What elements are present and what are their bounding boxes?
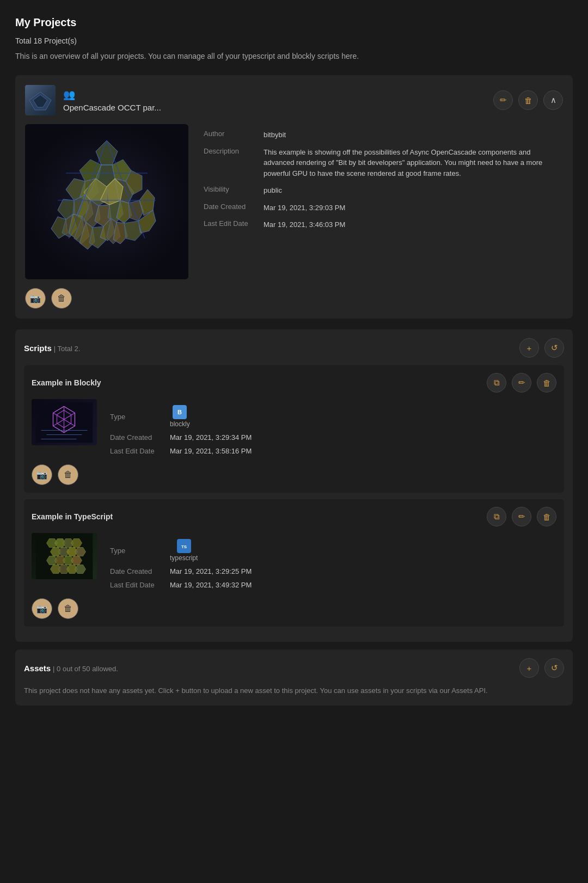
ts-date-label: Date Created [108, 565, 168, 578]
blockly-type-label: Type [108, 402, 168, 431]
meta-last-edit-value: Mar 19, 2021, 3:46:03 PM [261, 216, 563, 234]
script-ts-header: Example in TypeScript ⧉ ✏ 🗑 [32, 507, 556, 526]
scripts-section-title-area: Scripts | Total 2. [24, 344, 80, 353]
delete-script-ts-button[interactable]: 🗑 [537, 507, 556, 526]
blockly-type-value: B blockly [168, 402, 556, 431]
assets-actions: + ↺ [519, 658, 564, 678]
ts-type-icon: TS [177, 539, 191, 553]
scripts-title: Scripts [24, 344, 52, 353]
delete-script-blockly-button[interactable]: 🗑 [537, 373, 556, 393]
blockly-edit-row: Last Edit Date Mar 19, 2021, 3:58:16 PM [108, 444, 556, 458]
project-meta: Author bitbybit Description This example… [201, 124, 563, 279]
meta-visibility-label: Visibility [201, 182, 261, 199]
blockly-date-row: Date Created Mar 19, 2021, 3:29:34 PM [108, 431, 556, 444]
script-blockly-image-actions: 📷 🗑 [32, 464, 556, 485]
blockly-type-row: Type B blockly [108, 402, 556, 431]
upload-project-image-button[interactable]: 📷 [25, 288, 46, 309]
assets-quota-value: 0 out of 50 allowed. [57, 665, 118, 673]
project-actions: ✏ 🗑 ∧ [493, 90, 563, 110]
assets-section-header: Assets | 0 out of 50 allowed. + ↺ [24, 658, 564, 678]
scripts-section-header: Scripts | Total 2. + ↺ [24, 338, 564, 358]
ts-type-badge: TS typescript [170, 539, 198, 562]
assets-section: Assets | 0 out of 50 allowed. + ↺ This p… [15, 649, 573, 706]
script-ts-preview [32, 533, 97, 579]
ts-type-text: typescript [170, 554, 198, 562]
delete-project-button[interactable]: 🗑 [518, 90, 538, 110]
script-ts-image-actions: 📷 🗑 [32, 598, 556, 619]
assets-empty-text: This project does not have any assets ye… [24, 685, 564, 697]
project-header: 👥 OpenCascade OCCT par... ✏ 🗑 ∧ [25, 85, 563, 115]
meta-table: Author bitbybit Description This example… [201, 126, 563, 234]
script-card-typescript: Example in TypeScript ⧉ ✏ 🗑 [24, 499, 564, 627]
meta-author-row: Author bitbybit [201, 126, 563, 144]
scripts-section: Scripts | Total 2. + ↺ Example in Blockl… [15, 329, 573, 642]
meta-description-value: This example is showing off the possibil… [261, 144, 563, 182]
scripts-actions: + ↺ [519, 338, 564, 358]
project-name-area: 👥 OpenCascade OCCT par... [63, 89, 493, 112]
ts-edit-label: Last Edit Date [108, 578, 168, 592]
blockly-date-label: Date Created [108, 431, 168, 444]
script-blockly-preview [32, 399, 97, 445]
project-image-actions: 📷 🗑 [25, 288, 563, 309]
meta-last-edit-label: Last Edit Date [201, 216, 261, 234]
ts-edit-row: Last Edit Date Mar 19, 2021, 3:49:32 PM [108, 578, 556, 592]
open-script-ts-button[interactable]: ⧉ [487, 507, 506, 526]
assets-title: Assets [24, 664, 51, 673]
blockly-type-icon: B [173, 405, 187, 419]
ts-type-value: TS typescript [168, 536, 556, 565]
edit-script-ts-button[interactable]: ✏ [512, 507, 531, 526]
meta-author-label: Author [201, 126, 261, 144]
delete-project-image-button[interactable]: 🗑 [51, 288, 72, 309]
script-blockly-header: Example in Blockly ⧉ ✏ 🗑 [32, 373, 556, 393]
edit-script-blockly-button[interactable]: ✏ [512, 373, 531, 393]
team-icon: 👥 [63, 89, 493, 101]
ts-date-value: Mar 19, 2021, 3:29:25 PM [168, 565, 556, 578]
script-blockly-name: Example in Blockly [32, 378, 101, 387]
blockly-type-text: blockly [170, 420, 190, 428]
edit-project-button[interactable]: ✏ [493, 90, 513, 110]
script-ts-name: Example in TypeScript [32, 512, 113, 521]
meta-visibility-row: Visibility public [201, 182, 563, 199]
open-script-blockly-button[interactable]: ⧉ [487, 373, 506, 393]
script-blockly-actions: ⧉ ✏ 🗑 [487, 373, 556, 393]
project-thumbnail [25, 85, 56, 115]
script-ts-actions: ⧉ ✏ 🗑 [487, 507, 556, 526]
ts-type-row: Type TS typescript [108, 536, 556, 565]
script-blockly-meta: Type B blockly Date Created Ma [108, 399, 556, 458]
assets-title-area: Assets | 0 out of 50 allowed. [24, 664, 118, 673]
script-blockly-body: Type B blockly Date Created Ma [32, 399, 556, 458]
page-title: My Projects [15, 16, 573, 29]
script-card-blockly: Example in Blockly ⧉ ✏ 🗑 [24, 365, 564, 493]
project-name: OpenCascade OCCT par... [63, 103, 493, 112]
ts-date-row: Date Created Mar 19, 2021, 3:29:25 PM [108, 565, 556, 578]
refresh-assets-button[interactable]: ↺ [544, 658, 564, 678]
meta-description-label: Description [201, 144, 261, 182]
ts-type-label: Type [108, 536, 168, 565]
ts-edit-value: Mar 19, 2021, 3:49:32 PM [168, 578, 556, 592]
upload-blockly-image-button[interactable]: 📷 [32, 464, 52, 485]
meta-description-row: Description This example is showing off … [201, 144, 563, 182]
svg-text:B: B [177, 409, 182, 415]
upload-ts-image-button[interactable]: 📷 [32, 598, 52, 619]
blockly-date-value: Mar 19, 2021, 3:29:34 PM [168, 431, 556, 444]
add-script-button[interactable]: + [519, 338, 539, 358]
add-asset-button[interactable]: + [519, 658, 539, 678]
meta-date-created-row: Date Created Mar 19, 2021, 3:29:03 PM [201, 199, 563, 217]
delete-ts-image-button[interactable]: 🗑 [58, 598, 78, 619]
assets-quota: | 0 out of 50 allowed. [53, 665, 118, 673]
svg-text:TS: TS [181, 544, 187, 549]
script-ts-meta: Type TS typescript Date Created [108, 533, 556, 592]
project-thumb-preview [25, 85, 56, 115]
refresh-scripts-button[interactable]: ↺ [544, 338, 564, 358]
script-blockly-meta-table: Type B blockly Date Created Ma [108, 402, 556, 458]
delete-blockly-image-button[interactable]: 🗑 [58, 464, 78, 485]
blockly-type-badge: B blockly [170, 405, 190, 428]
collapse-project-button[interactable]: ∧ [543, 90, 563, 110]
meta-author-value: bitbybit [261, 126, 563, 144]
preview-3d-render [25, 124, 188, 279]
scripts-total: Total 2. [58, 345, 81, 353]
total-projects: Total 18 Project(s) [15, 36, 573, 45]
blockly-edit-value: Mar 19, 2021, 3:58:16 PM [168, 444, 556, 458]
project-3d-preview [25, 124, 188, 279]
blockly-edit-label: Last Edit Date [108, 444, 168, 458]
